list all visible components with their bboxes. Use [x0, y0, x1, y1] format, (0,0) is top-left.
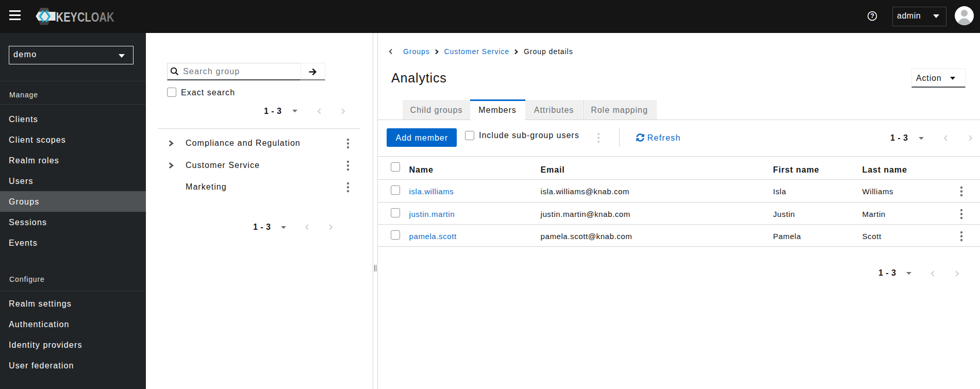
svg-text:?: ?: [870, 12, 874, 20]
svg-text:KEYCLOAK: KEYCLOAK: [56, 10, 114, 24]
